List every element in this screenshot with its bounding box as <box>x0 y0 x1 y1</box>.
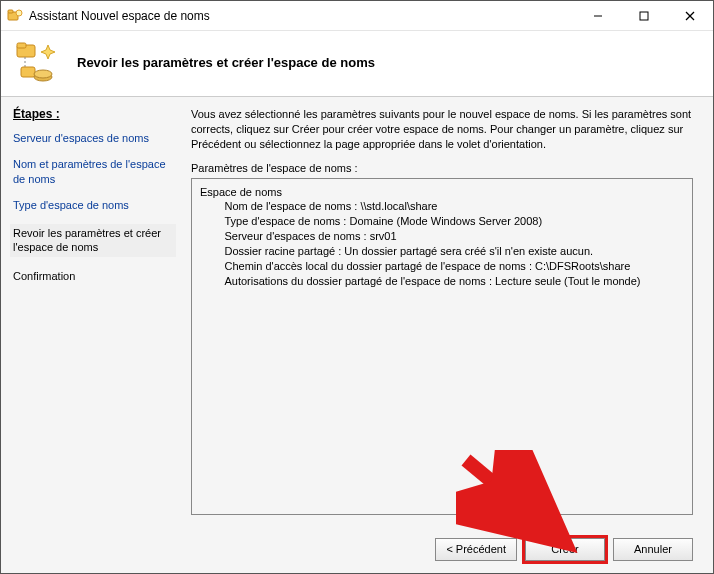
titlebar: Assistant Nouvel espace de noms <box>1 1 713 31</box>
svg-marker-9 <box>41 45 55 59</box>
cancel-button[interactable]: Annuler <box>613 538 693 561</box>
page-heading: Revoir les paramètres et créer l'espace … <box>77 55 375 70</box>
app-icon <box>7 8 23 24</box>
step-type[interactable]: Type d'espace de noms <box>13 198 173 212</box>
svg-rect-12 <box>21 67 35 77</box>
create-button[interactable]: Créer <box>525 538 605 561</box>
step-name-params[interactable]: Nom et paramètres de l'espace de noms <box>13 157 173 186</box>
params-label: Paramètres de l'espace de noms : <box>191 162 693 174</box>
step-server[interactable]: Serveur d'espaces de noms <box>13 131 173 145</box>
svg-point-14 <box>34 70 52 78</box>
svg-rect-4 <box>640 12 648 20</box>
instructions-text: Vous avez sélectionné les paramètres sui… <box>191 107 693 152</box>
content-area: Étapes : Serveur d'espaces de noms Nom e… <box>1 97 713 525</box>
svg-rect-8 <box>17 43 26 48</box>
minimize-button[interactable] <box>575 1 621 30</box>
wizard-header: Revoir les paramètres et créer l'espace … <box>1 31 713 97</box>
window-controls <box>575 1 713 30</box>
svg-rect-1 <box>8 10 13 13</box>
wizard-icon <box>15 41 59 85</box>
svg-point-2 <box>16 10 22 16</box>
steps-title: Étapes : <box>13 107 173 121</box>
footer: < Précédent Créer Annuler <box>1 525 713 573</box>
steps-pane: Étapes : Serveur d'espaces de noms Nom e… <box>1 97 181 525</box>
maximize-button[interactable] <box>621 1 667 30</box>
close-button[interactable] <box>667 1 713 30</box>
step-review[interactable]: Revoir les paramètres et créer l'espace … <box>10 224 176 257</box>
window-title: Assistant Nouvel espace de noms <box>29 9 575 23</box>
main-pane: Vous avez sélectionné les paramètres sui… <box>181 97 713 525</box>
step-confirmation[interactable]: Confirmation <box>13 269 173 283</box>
params-textbox[interactable]: Espace de noms Nom de l'espace de noms :… <box>191 178 693 515</box>
previous-button[interactable]: < Précédent <box>435 538 517 561</box>
